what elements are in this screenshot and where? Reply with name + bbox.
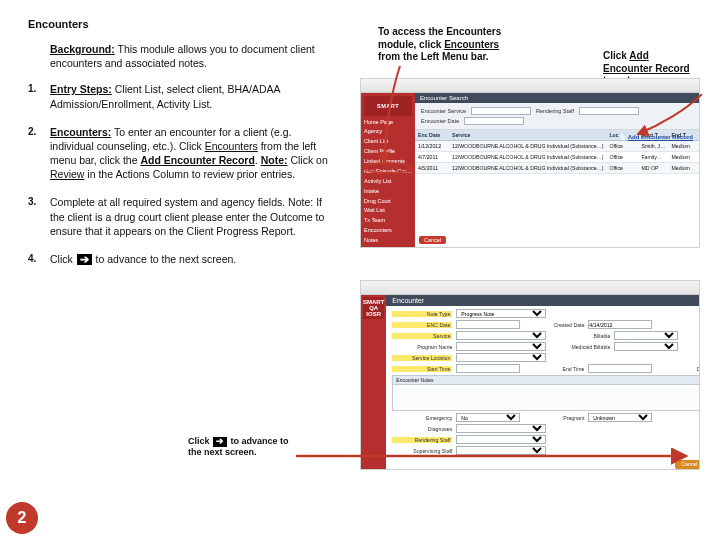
highlight-oval-encounters <box>363 162 413 174</box>
enc-date-input[interactable] <box>456 320 520 329</box>
arrow-icon: ➔ <box>213 437 227 447</box>
sidebar-item[interactable]: Tx Team <box>364 216 412 224</box>
search-staff-input[interactable] <box>579 107 639 115</box>
background-block: Background: This module allows you to do… <box>50 42 328 70</box>
background-label: Background: <box>50 43 115 55</box>
arrow-icon: ➔ <box>77 254 92 266</box>
browser-addressbar <box>361 281 699 295</box>
sidebar-item[interactable]: Intake <box>364 187 412 195</box>
encounter-table: Enc Date Service Loc Start T End T Dur S… <box>415 130 700 233</box>
step-4: Click ➔ to advance to the next screen. <box>28 252 328 266</box>
steps-list: Entry Steps: Client List, select client,… <box>28 82 328 266</box>
table-row: 1/12/2012 12/WOODBOURNE ALCOHOL & DRUG I… <box>415 141 700 152</box>
browser-addressbar <box>361 79 699 93</box>
app-logo: SMART <box>364 96 412 116</box>
medicaid-select[interactable] <box>614 342 678 351</box>
page-number-badge: 2 <box>6 502 38 534</box>
service-select[interactable] <box>456 331 546 340</box>
start-time-input[interactable] <box>456 364 520 373</box>
search-service-input[interactable] <box>471 107 531 115</box>
sidebar-item[interactable]: Wait List <box>364 206 412 214</box>
step-2: Encounters: To enter an encounter for a … <box>28 125 328 182</box>
diagnoses-select[interactable] <box>456 424 546 433</box>
rendering-staff-select[interactable] <box>456 435 546 444</box>
callout-top: To access the Encounters module, click E… <box>378 26 518 64</box>
step-1: Entry Steps: Client List, select client,… <box>28 82 328 110</box>
sidebar-item[interactable]: Home Page <box>364 118 412 126</box>
sidebar-item[interactable]: Agency <box>364 127 412 135</box>
end-time-input[interactable] <box>588 364 652 373</box>
cancel-button[interactable]: Cancel <box>675 460 700 469</box>
sidebar: SMART QA IOSR <box>361 295 386 469</box>
add-encounter-link[interactable]: 📄 Add Encounter Record <box>619 133 693 140</box>
billable-select[interactable] <box>614 331 678 340</box>
sidebar-item[interactable]: Activity List <box>364 177 412 185</box>
pregnant-select[interactable]: Unknown <box>588 413 652 422</box>
sidebar-item[interactable]: Client List <box>364 137 412 145</box>
screenshot-encounter-form: SMART QA IOSR Encounter Note TypeProgres… <box>360 280 700 470</box>
sidebar-item[interactable]: Notes <box>364 236 412 244</box>
program-select[interactable] <box>456 342 546 351</box>
sidebar-item-encounters[interactable]: Encounters <box>364 226 412 234</box>
sidebar-item[interactable]: Drug Court <box>364 197 412 205</box>
callout-mid: Click ➔ to advance to the next screen. <box>188 436 298 459</box>
sidebar-item[interactable]: Client Profile <box>364 147 412 155</box>
table-row: 4/7/2011 12/WOODBOURNE ALCOHOL & DRUG In… <box>415 152 700 163</box>
emergency-select[interactable]: No <box>456 413 520 422</box>
instruction-column: Encounters Background: This module allow… <box>28 18 328 280</box>
cancel-button[interactable]: Cancel <box>419 236 446 244</box>
supervising-staff-select[interactable] <box>456 446 546 455</box>
encounter-notes[interactable]: Encounter Notes <box>392 375 700 411</box>
step-3: Complete at all required system and agen… <box>28 195 328 238</box>
app-logo: SMART QA IOSR <box>363 297 384 319</box>
search-date-input[interactable] <box>464 117 524 125</box>
note-type-select[interactable]: Progress Note <box>456 309 546 318</box>
screenshot-encounter-list: SMART Home Page Agency Client List Clien… <box>360 78 700 248</box>
page-title: Encounters <box>28 18 328 30</box>
location-select[interactable] <box>456 353 546 362</box>
panel-title: Encounter Search <box>415 93 700 103</box>
encounter-form: Note TypeProgress Note ENC Date Created … <box>386 306 700 470</box>
table-row: 4/5/2011 12/WOODBOURNE ALCOHOL & DRUG In… <box>415 163 700 174</box>
created-date-input[interactable] <box>588 320 652 329</box>
form-title: Encounter <box>386 295 700 306</box>
search-panel: Encounter ServiceRendering Staff Encount… <box>415 103 700 130</box>
